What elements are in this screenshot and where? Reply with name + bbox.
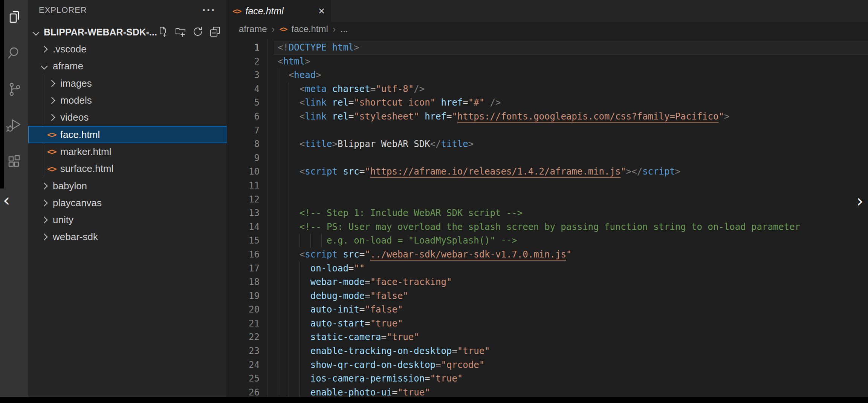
code-line-15[interactable]: 15 e.g. on-load = "LoadMySplash()" --> [226, 234, 868, 248]
extensions-icon[interactable] [6, 153, 23, 170]
tree-item-unity[interactable]: unity [28, 211, 226, 228]
tree-item-surface.html[interactable]: <>surface.html [28, 160, 226, 177]
indent-guide [278, 165, 278, 179]
indent-guide [300, 317, 300, 331]
indent-guide [310, 234, 311, 248]
vscode-window: EXPLORER ··· BLIPPAR-WEBAR-SDK-... [0, 0, 868, 403]
code-line-16[interactable]: 16 <script src="../webar-sdk/webar-sdk-v… [226, 248, 868, 262]
indent-guide [289, 248, 289, 262]
code-line-22[interactable]: 22 static-camera="true" [226, 330, 868, 344]
line-number: 17 [226, 262, 260, 276]
indent-guide [278, 151, 278, 165]
breadcrumb: aframe › <> face.html › ... [226, 22, 868, 36]
code-line-3[interactable]: 3 <head> [226, 68, 868, 82]
code-line-11[interactable]: 11 [226, 179, 868, 193]
code-line-13[interactable]: 13 <!-- Step 1: Include WebAR SDK script… [226, 206, 868, 220]
tree-item-babylon[interactable]: babylon [28, 177, 226, 194]
code-editor[interactable]: 1<!DOCTYPE html>2<html>3 <head>4 <meta c… [226, 36, 868, 399]
code-line-4[interactable]: 4 <meta charset="utf-8"/> [226, 82, 868, 96]
line-number: 22 [226, 330, 260, 344]
code-text: show-qr-card-on-desktop="qrcode" [278, 358, 484, 372]
breadcrumb-file[interactable]: face.html [291, 24, 328, 34]
explorer-sidebar: EXPLORER ··· BLIPPAR-WEBAR-SDK-... [28, 0, 226, 397]
code-line-5[interactable]: 5 <link rel="shortcut icon" href="#" /> [226, 96, 868, 110]
prev-arrow[interactable]: ‹ [3, 192, 10, 209]
code-line-21[interactable]: 21 auto-start="true" [226, 317, 868, 331]
code-line-10[interactable]: 10 <script src="https://aframe.io/releas… [226, 165, 868, 179]
code-text: <script src="https://aframe.io/releases/… [278, 165, 680, 179]
code-line-24[interactable]: 24 show-qr-card-on-desktop="qrcode" [226, 358, 868, 372]
tree-item-playcanvas[interactable]: playcanvas [28, 195, 226, 211]
code-text: <head> [278, 68, 321, 82]
bottom-black-strip [0, 397, 868, 403]
indent-guide [289, 303, 289, 317]
project-section-header[interactable]: BLIPPAR-WEBAR-SDK-... [28, 24, 226, 41]
code-line-6[interactable]: 6 <link rel="stylesheet" href="https://f… [226, 110, 868, 124]
search-icon[interactable] [6, 44, 23, 62]
code-line-2[interactable]: 2<html> [226, 55, 868, 69]
tree-item-videos[interactable]: videos [28, 109, 226, 126]
next-arrow[interactable]: › [857, 192, 863, 210]
source-control-icon[interactable] [6, 81, 23, 98]
code-line-17[interactable]: 17 on-load="" [226, 262, 868, 276]
chevron-right-icon [48, 80, 55, 87]
code-line-1[interactable]: 1<!DOCTYPE html> [226, 41, 868, 55]
tree-item-label: .vscode [53, 43, 87, 55]
code-line-18[interactable]: 18 webar-mode="face-tracking" [226, 275, 868, 289]
tree-item-aframe[interactable]: aframe [28, 58, 226, 75]
indent-guide [300, 262, 300, 276]
line-number: 24 [226, 358, 260, 372]
tree-item-marker.html[interactable]: <>marker.html [28, 143, 226, 160]
breadcrumb-folder[interactable]: aframe [239, 24, 267, 34]
code-line-12[interactable]: 12 [226, 193, 868, 207]
tree-item-label: aframe [53, 60, 83, 72]
files-icon[interactable] [6, 8, 23, 26]
line-number: 6 [226, 110, 260, 124]
code-text: <script src="../webar-sdk/webar-sdk-v1.7… [278, 248, 572, 262]
code-line-7[interactable]: 7 [226, 124, 868, 138]
line-number: 20 [226, 303, 260, 317]
tab-label: face.html [246, 6, 284, 17]
tab-face-html[interactable]: <> face.html × [226, 0, 331, 22]
indent-guide [300, 330, 300, 344]
indent-guide [300, 275, 300, 289]
tree-item-face.html[interactable]: <>face.html [28, 126, 226, 143]
refresh-icon[interactable] [192, 26, 204, 39]
indent-guide [289, 82, 289, 96]
indent-guide [289, 262, 289, 276]
new-file-icon[interactable] [157, 26, 169, 39]
code-line-14[interactable]: 14 <!-- PS: User may overload the splash… [226, 220, 868, 234]
indent-guide [278, 275, 278, 289]
run-debug-icon[interactable] [6, 117, 23, 134]
code-line-20[interactable]: 20 auto-init="false" [226, 303, 868, 317]
code-text: ios-camera-permission="true" [278, 372, 463, 386]
code-text: <!-- Step 1: Include WebAR SDK script --… [278, 206, 523, 220]
tree-item-models[interactable]: models [28, 92, 226, 109]
more-actions-icon[interactable]: ··· [202, 8, 216, 12]
tree-item-label: unity [53, 214, 73, 226]
code-line-23[interactable]: 23 enable-tracking-on-desktop="true" [226, 344, 868, 358]
tree-item-images[interactable]: images [28, 75, 226, 92]
code-text: static-camera="true" [278, 330, 419, 344]
code-line-19[interactable]: 19 debug-mode="false" [226, 289, 868, 303]
code-text: e.g. on-load = "LoadMySplash()" --> [278, 234, 517, 248]
code-text [278, 179, 300, 193]
left-black-strip [0, 0, 4, 188]
indent-guide [289, 358, 289, 372]
tree-item-webar-sdk[interactable]: webar-sdk [28, 228, 226, 245]
close-icon[interactable]: × [318, 6, 325, 17]
indent-guide [289, 372, 289, 386]
code-text: <!DOCTYPE html> [278, 41, 359, 55]
collapse-all-icon[interactable] [209, 26, 221, 39]
line-number: 4 [226, 82, 260, 96]
tree-item-label: face.html [60, 129, 100, 141]
code-line-9[interactable]: 9 [226, 151, 868, 165]
breadcrumb-symbol[interactable]: ... [341, 24, 348, 34]
chevron-right-icon [41, 199, 47, 206]
chevron-right-icon [41, 234, 47, 241]
code-line-25[interactable]: 25 ios-camera-permission="true" [226, 372, 868, 386]
code-line-8[interactable]: 8 <title>Blippar WebAR SDK</title> [226, 137, 868, 151]
tree-item-.vscode[interactable]: .vscode [28, 41, 226, 58]
new-folder-icon[interactable] [174, 26, 186, 39]
indent-guide [289, 317, 289, 331]
